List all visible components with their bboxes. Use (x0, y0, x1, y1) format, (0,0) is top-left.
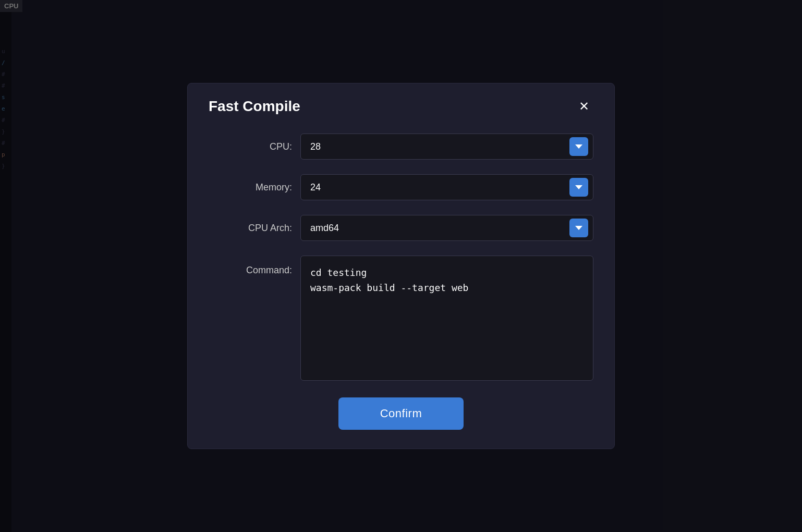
cpu-select[interactable]: 28 4 8 16 32 (300, 134, 593, 160)
confirm-button[interactable]: Confirm (338, 397, 464, 430)
fast-compile-dialog: Fast Compile ✕ CPU: 28 4 8 16 32 Memory:… (187, 83, 615, 449)
cpu-arch-select[interactable]: amd64 arm64 x86 (300, 215, 593, 241)
cpu-arch-label: CPU Arch: (209, 223, 292, 234)
command-label: Command: (209, 256, 292, 276)
cpu-label: CPU: (209, 141, 292, 152)
cpu-field-row: CPU: 28 4 8 16 32 (209, 134, 593, 160)
command-textarea-wrapper: cd testing wasm-pack build --target web (300, 256, 593, 383)
close-button[interactable]: ✕ (575, 98, 593, 115)
confirm-row: Confirm (209, 397, 593, 430)
memory-select-wrapper: 24 4 8 16 32 (300, 174, 593, 200)
cpu-arch-select-wrapper: amd64 arm64 x86 (300, 215, 593, 241)
dialog-header: Fast Compile ✕ (209, 98, 593, 115)
memory-select[interactable]: 24 4 8 16 32 (300, 174, 593, 200)
memory-label: Memory: (209, 182, 292, 193)
cpu-select-wrapper: 28 4 8 16 32 (300, 134, 593, 160)
command-textarea[interactable]: cd testing wasm-pack build --target web (300, 256, 593, 381)
memory-field-row: Memory: 24 4 8 16 32 (209, 174, 593, 200)
dialog-title: Fast Compile (209, 98, 300, 115)
cpu-arch-field-row: CPU Arch: amd64 arm64 x86 (209, 215, 593, 241)
command-field-row: Command: cd testing wasm-pack build --ta… (209, 256, 593, 383)
